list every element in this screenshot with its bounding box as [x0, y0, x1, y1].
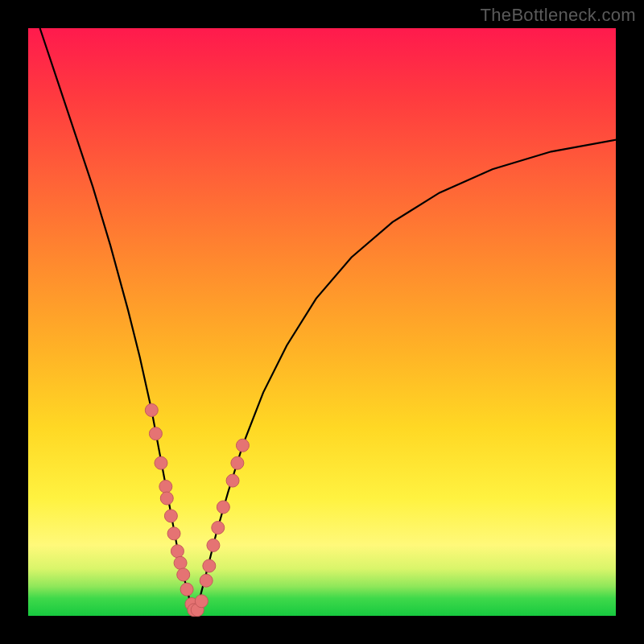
highlighted-point	[174, 556, 187, 569]
highlighted-point	[160, 492, 173, 505]
highlighted-points-group	[145, 404, 249, 617]
watermark-text: TheBottleneck.com	[481, 5, 636, 26]
highlighted-point	[180, 583, 193, 596]
highlighted-point	[226, 474, 239, 487]
chart-frame: TheBottleneck.com	[0, 0, 644, 644]
highlighted-point	[212, 522, 225, 535]
highlighted-point	[149, 427, 162, 440]
curve-right-branch	[194, 140, 616, 613]
highlighted-point	[200, 574, 213, 587]
highlighted-point	[207, 539, 220, 551]
highlighted-point	[167, 527, 180, 540]
curve-left-branch	[40, 28, 194, 613]
highlighted-point	[171, 545, 184, 558]
highlighted-point	[177, 568, 190, 581]
highlighted-point	[164, 510, 177, 522]
highlighted-point	[203, 559, 216, 572]
highlighted-point	[217, 501, 229, 514]
highlighted-point	[155, 456, 167, 469]
highlighted-point	[231, 456, 244, 469]
highlighted-point	[195, 595, 208, 608]
chart-svg	[28, 28, 616, 616]
highlighted-point	[236, 439, 249, 452]
plot-area	[28, 28, 616, 616]
highlighted-point	[159, 480, 172, 493]
highlighted-point	[145, 404, 158, 417]
